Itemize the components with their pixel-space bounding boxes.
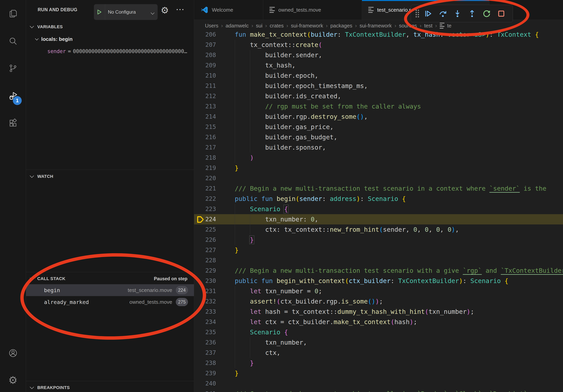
call-stack-section-header[interactable]: CALL STACK Paused on step (26, 273, 194, 284)
code-line-226[interactable]: 226 } (194, 235, 563, 245)
code-line-223[interactable]: 223 Scenario { (194, 204, 563, 214)
code-line-211[interactable]: 211 builder.epoch_timestamp_ms, (194, 81, 563, 91)
gutter[interactable]: 234 (194, 317, 232, 327)
code-line-224[interactable]: 224 txn_number: 0, (194, 214, 563, 224)
extensions-icon[interactable] (0, 114, 26, 132)
variables-scope-row[interactable]: locals: begin (36, 34, 73, 44)
gutter[interactable]: 228 (194, 255, 232, 265)
code-line-241[interactable]: 241/// Creates and shares system objects… (194, 389, 563, 392)
gutter[interactable]: 224 (194, 214, 232, 224)
gutter[interactable]: 241 (194, 389, 232, 392)
variable-row-sender[interactable]: sender = 0000000000000000000000000000000… (47, 46, 187, 56)
breadcrumb-file-item[interactable]: te (440, 23, 451, 29)
tab-welcome[interactable]: Welcome (194, 0, 263, 20)
code-line-208[interactable]: 208 builder.sender, (194, 50, 563, 60)
code-line-237[interactable]: 237 ctx, (194, 348, 563, 358)
breadcrumb-item[interactable]: test (424, 23, 432, 29)
breadcrumb-item[interactable]: crates (270, 23, 284, 29)
code-line-234[interactable]: 234 let ctx = ctx_builder.make_tx_contex… (194, 317, 563, 327)
gutter[interactable]: 210 (194, 70, 232, 81)
step-over-button[interactable] (437, 7, 448, 20)
code-line-214[interactable]: 214 builder.rgp.destroy_some(), (194, 112, 563, 122)
variables-section-header[interactable]: VARIABLES (26, 21, 194, 32)
code-line-207[interactable]: 207 tx_context::create( (194, 40, 563, 50)
gutter[interactable]: 219 (194, 163, 232, 173)
settings-gear-icon[interactable]: ⚙ (0, 371, 26, 389)
gutter[interactable]: 214 (194, 112, 232, 122)
continue-button[interactable] (423, 7, 434, 20)
gutter[interactable]: 235 (194, 327, 232, 337)
breakpoints-section-header[interactable]: BREAKPOINTS (26, 382, 194, 392)
call-stack-frame-begin[interactable]: begintest_scenario.move224 (26, 284, 194, 296)
gutter[interactable]: 212 (194, 91, 232, 101)
gutter[interactable]: 213 (194, 101, 232, 112)
gutter[interactable]: 211 (194, 81, 232, 91)
code-area[interactable]: 206fun make_tx_context(builder: TxContex… (194, 0, 563, 392)
code-line-233[interactable]: 233 let hash = tx_context::dummy_tx_hash… (194, 307, 563, 317)
code-line-228[interactable]: 228 (194, 255, 563, 265)
account-icon[interactable] (0, 344, 26, 362)
gutter[interactable]: 238 (194, 358, 232, 368)
gutter[interactable]: 208 (194, 50, 232, 60)
run-and-debug-icon[interactable] (0, 87, 26, 105)
step-out-button[interactable] (467, 7, 477, 20)
code-line-225[interactable]: 225 ctx: tx_context::new_from_hint(sende… (194, 224, 563, 235)
gutter[interactable]: 218 (194, 153, 232, 163)
gutter[interactable]: 223 (194, 204, 232, 214)
code-line-238[interactable]: 238 } (194, 358, 563, 368)
gutter[interactable]: 216 (194, 132, 232, 142)
code-line-219[interactable]: 219} (194, 163, 563, 173)
watch-section-header[interactable]: WATCH (26, 171, 194, 182)
breadcrumb-item[interactable]: sui-framework (291, 23, 323, 29)
code-line-217[interactable]: 217 builder.sponsor, (194, 142, 563, 153)
gutter[interactable]: 232 (194, 296, 232, 307)
code-line-220[interactable]: 220 (194, 173, 563, 183)
breadcrumb-item[interactable]: adamwelc (226, 23, 249, 29)
breadcrumb-item[interactable]: Users (205, 23, 218, 29)
code-line-209[interactable]: 209 tx_hash, (194, 60, 563, 70)
restart-button[interactable] (481, 7, 492, 20)
code-line-221[interactable]: 221/// Begin a new multi-transaction tes… (194, 183, 563, 194)
launch-config-dropdown[interactable]: No Configura (94, 4, 158, 20)
gutter[interactable]: 236 (194, 337, 232, 348)
gutter[interactable]: 229 (194, 265, 232, 276)
gutter[interactable]: 230 (194, 276, 232, 286)
explorer-icon[interactable] (0, 5, 26, 23)
code-line-227[interactable]: 227} (194, 245, 563, 255)
source-control-icon[interactable] (0, 59, 26, 77)
step-into-button[interactable] (452, 7, 463, 20)
code-line-213[interactable]: 213 // rgp must be set from the caller a… (194, 101, 563, 112)
gutter[interactable]: 226 (194, 235, 232, 245)
code-line-240[interactable]: 240 (194, 378, 563, 389)
more-actions-icon[interactable]: ··· (174, 3, 187, 15)
start-debugging-icon[interactable] (94, 4, 105, 20)
gutter[interactable]: 221 (194, 183, 232, 194)
code-line-235[interactable]: 235 Scenario { (194, 327, 563, 337)
code-line-230[interactable]: 230public fun begin_with_context(ctx_bui… (194, 276, 563, 286)
code-line-212[interactable]: 212 builder.ids_created, (194, 91, 563, 101)
breadcrumb-item[interactable]: packages (331, 23, 352, 29)
debug-settings-gear-icon[interactable]: ⚙ (159, 4, 171, 16)
code-line-236[interactable]: 236 txn_number, (194, 337, 563, 348)
code-line-231[interactable]: 231 let txn_number = 0; (194, 286, 563, 296)
gutter[interactable]: 237 (194, 348, 232, 358)
code-line-229[interactable]: 229/// Begin a new multi-transaction tes… (194, 265, 563, 276)
gutter[interactable]: 215 (194, 122, 232, 132)
gutter[interactable]: 240 (194, 378, 232, 389)
gutter[interactable]: 207 (194, 40, 232, 50)
tab-owned_tests-move[interactable]: owned_tests.move (263, 0, 362, 20)
call-stack-frame-already_marked[interactable]: already_markedowned_tests.move275 (26, 296, 194, 308)
gutter[interactable]: 239 (194, 368, 232, 378)
gutter[interactable]: 209 (194, 60, 232, 70)
breadcrumb-item[interactable]: sui-framework (360, 23, 392, 29)
gutter[interactable]: 231 (194, 286, 232, 296)
gutter[interactable]: 217 (194, 142, 232, 153)
gutter[interactable]: 222 (194, 194, 232, 204)
gutter[interactable]: 220 (194, 173, 232, 183)
drag-handle-icon[interactable] (416, 10, 419, 17)
search-icon[interactable] (0, 32, 26, 50)
breadcrumb-item[interactable]: sources (399, 23, 417, 29)
code-line-239[interactable]: 239} (194, 368, 563, 378)
code-line-210[interactable]: 210 builder.epoch, (194, 70, 563, 81)
gutter[interactable]: 225 (194, 224, 232, 235)
